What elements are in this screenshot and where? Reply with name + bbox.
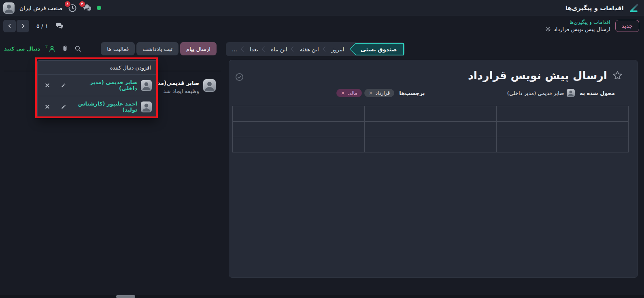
user-avatar[interactable]	[3, 2, 15, 14]
tags-list: قرارداد × مالی ×	[336, 89, 394, 97]
follower-row[interactable]: احمد علیپور (کارشناس تولید)	[38, 96, 157, 117]
followers-button[interactable]: ۲	[45, 45, 56, 53]
tag-remove-icon[interactable]: ×	[341, 90, 345, 96]
table-row	[233, 122, 629, 137]
edit-follower-button[interactable]	[61, 82, 66, 88]
search-messages-button[interactable]	[74, 45, 82, 53]
followers-count: ۲	[45, 44, 48, 49]
table-row	[233, 106, 629, 122]
follower-name[interactable]: صابر قدیمی (مدیر داخلی)	[70, 79, 137, 91]
tags-field: برچسب‌ها قرارداد × مالی ×	[235, 89, 425, 97]
follower-avatar	[141, 101, 152, 112]
pager-counter: ۱ / ۵	[36, 23, 48, 29]
table-cell[interactable]	[365, 106, 497, 122]
edit-follower-button[interactable]	[61, 104, 66, 110]
table-cell[interactable]	[365, 122, 497, 137]
gear-icon[interactable]	[545, 26, 551, 32]
form-fields: محول شده به صابر قدیمی (مدیر داخلی) برچس…	[229, 82, 638, 97]
company-name[interactable]: صنعت فرش ایران	[19, 5, 63, 11]
scrollbar-thumb[interactable]	[116, 295, 135, 298]
assigned-to-field: محول شده به صابر قدیمی (مدیر داخلی)	[425, 89, 615, 97]
table-cell[interactable]	[497, 122, 629, 137]
pager-buttons	[3, 20, 29, 32]
table-row	[233, 137, 629, 152]
activities-menu-button[interactable]: ۸	[68, 3, 77, 13]
tag-finance[interactable]: مالی ×	[336, 89, 362, 97]
favorite-star-button[interactable]	[612, 70, 623, 81]
person-silhouette-icon	[3, 2, 15, 14]
check-circle-icon	[235, 72, 244, 82]
tags-label: برچسب‌ها	[399, 90, 425, 96]
breadcrumb-app-link[interactable]: اقدامات و پیگیری‌ها	[570, 19, 610, 26]
stage-statusbar: صندوق پستی امروز این هفته این ماه بعدا .…	[226, 42, 405, 56]
stage-this-month[interactable]: این ماه	[266, 43, 293, 55]
lines-table	[232, 106, 629, 152]
messages-menu-button[interactable]: ۳	[82, 3, 92, 13]
assignee-avatar	[567, 89, 575, 97]
star-icon	[612, 70, 623, 81]
pager-next-button[interactable]	[17, 20, 29, 32]
stage-this-week[interactable]: این هفته	[294, 43, 324, 55]
assigned-to-label: محول شده به	[580, 90, 615, 96]
log-note-button[interactable]: ثبت یادداشت	[136, 42, 179, 55]
attach-file-button[interactable]	[61, 45, 69, 53]
table-cell[interactable]	[365, 137, 497, 152]
new-record-button[interactable]: جدید	[615, 20, 639, 32]
record-title: ارسال پیش نویس قرارداد	[468, 68, 607, 82]
form-header: ارسال پیش نویس قرارداد	[229, 60, 638, 82]
control-panel: جدید اقدامات و پیگیری‌ها ارسال پیش نویس …	[0, 16, 644, 36]
follower-row[interactable]: صابر قدیمی (مدیر داخلی)	[38, 75, 157, 96]
tag-contract[interactable]: قرارداد ×	[364, 89, 395, 97]
message-author-avatar[interactable]	[203, 79, 216, 92]
top-navbar: اقدامات و پیگیری‌ها ۳ ۸ صنعت فرش ایران	[0, 0, 644, 16]
close-icon	[45, 82, 50, 88]
following-label[interactable]: دنبال می کنید	[4, 46, 40, 52]
follower-avatar	[141, 80, 152, 91]
navbar-systray: ۳ ۸ صنعت فرش ایران	[3, 2, 101, 14]
stage-today[interactable]: امروز	[326, 43, 349, 55]
remove-follower-button[interactable]	[45, 104, 50, 110]
breadcrumb-record-name[interactable]: ارسال پیش نویس قرارداد	[554, 26, 610, 33]
followers-dropdown: افزودن دنبال کننده صابر قدیمی (مدیر داخل…	[37, 60, 157, 118]
pager-previous-button[interactable]	[3, 20, 16, 32]
online-status-dot	[97, 6, 101, 10]
chatter-icons: ۲ دنبال می کنید	[4, 45, 82, 53]
horizontal-scrollbar[interactable]	[0, 295, 644, 298]
chatter-toolbar: ارسال پیام ثبت یادداشت فعالیت ها	[4, 42, 217, 55]
app-title[interactable]: اقدامات و پیگیری‌ها	[565, 4, 624, 12]
table-cell[interactable]	[497, 106, 629, 122]
add-follower-menu-item[interactable]: افزودن دنبال کننده	[38, 61, 157, 75]
table-cell[interactable]	[233, 137, 365, 152]
activities-button[interactable]: فعالیت ها	[101, 42, 135, 55]
assigned-to-value[interactable]: صابر قدیمی (مدیر داخلی)	[507, 89, 575, 97]
pager-area: ۱ / ۵	[3, 20, 64, 32]
table-cell[interactable]	[497, 137, 629, 152]
stage-later[interactable]: بعدا	[244, 43, 264, 55]
table-cell[interactable]	[233, 122, 365, 137]
stage-more[interactable]: ...	[227, 43, 242, 55]
breadcrumb-record-line: ارسال پیش نویس قرارداد	[545, 26, 610, 33]
pencil-icon	[61, 104, 66, 110]
messages-count-badge: ۳	[79, 0, 86, 8]
chevron-right-icon	[20, 23, 26, 29]
breadcrumb: اقدامات و پیگیری‌ها ارسال پیش نویس قرارد…	[545, 19, 610, 33]
stage-inbox-selected[interactable]: صندوق پستی	[349, 43, 404, 55]
activities-count-badge: ۸	[64, 0, 71, 8]
follower-person-icon	[48, 45, 56, 53]
paperclip-icon	[61, 45, 69, 53]
navbar-app-group: اقدامات و پیگیری‌ها	[565, 3, 639, 13]
send-message-button[interactable]: ارسال پیام	[180, 42, 217, 55]
table-cell[interactable]	[233, 106, 365, 122]
chatter-bubble-icon[interactable]	[55, 22, 64, 30]
tag-remove-icon[interactable]: ×	[369, 90, 373, 96]
breadcrumb-area: جدید اقدامات و پیگیری‌ها ارسال پیش نویس …	[545, 19, 639, 33]
remove-follower-button[interactable]	[45, 82, 50, 88]
app-window: اقدامات و پیگیری‌ها ۳ ۸ صنعت فرش ایران	[0, 0, 644, 298]
follower-name[interactable]: احمد علیپور (کارشناس تولید)	[70, 101, 137, 113]
mark-done-button[interactable]	[235, 72, 244, 82]
form-sheet: ارسال پیش نویس قرارداد محول شده به صابر …	[229, 60, 638, 278]
pencil-icon	[61, 82, 66, 88]
app-logo-icon[interactable]	[629, 3, 639, 13]
chevron-left-icon	[7, 23, 13, 29]
search-icon	[74, 45, 82, 53]
